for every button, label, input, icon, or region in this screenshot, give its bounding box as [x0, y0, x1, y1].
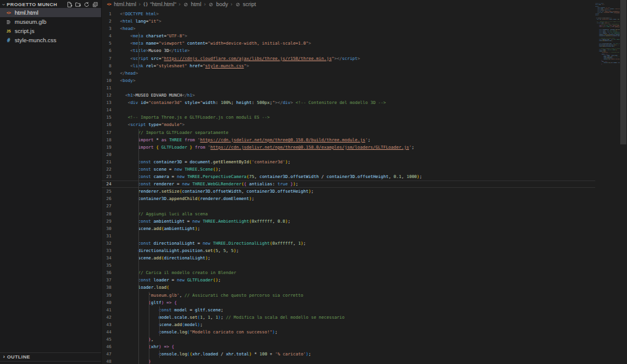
code-line-41[interactable]: 41 const model = gltf.scene; — [102, 306, 595, 314]
element-icon — [235, 2, 241, 7]
file-item-script.js[interactable]: JSscript.js — [0, 26, 101, 35]
code-line-22[interactable]: 22 const scene = new THREE.Scene(); — [102, 166, 595, 173]
line-number: 8 — [102, 62, 120, 70]
code-line-13[interactable]: 13 <div id="container3d" style="width: 1… — [102, 99, 595, 106]
code-line-9[interactable]: 9</head> — [102, 70, 595, 77]
breadcrumb-item-script[interactable]: script — [235, 1, 256, 7]
breadcrumb-item-file[interactable]: <>html.html — [106, 1, 137, 7]
line-number: 46 — [102, 343, 120, 351]
code-line-5[interactable]: 5 <meta name="viewport" content="width=d… — [102, 40, 595, 47]
breadcrumb-item-html.html[interactable]: {}"html.html" — [143, 1, 176, 7]
code-line-44[interactable]: 44 console.log("Modello caricato con suc… — [102, 329, 595, 336]
line-number: 37 — [102, 277, 120, 284]
code-line-31[interactable]: 31 — [102, 232, 595, 240]
code-line-1[interactable]: 1<!DOCTYPE html> — [102, 10, 595, 18]
code-line-8[interactable]: 8 <link rel="stylesheet" href="style-mun… — [102, 62, 595, 70]
code-line-28[interactable]: 28 // Aggiungi luci alla scena — [102, 210, 595, 218]
indent-guide — [138, 144, 139, 151]
timeline-section-header[interactable]: › TIMELINE — [0, 361, 101, 364]
code-line-35[interactable]: 35 — [102, 262, 595, 269]
vertical-scrollbar[interactable] — [620, 0, 627, 364]
breadcrumb: <>html.html›{}"html.html"›html›body›scri… — [102, 0, 627, 9]
code-line-48[interactable]: 48 } — [102, 358, 595, 364]
breadcrumb-label: script — [242, 1, 256, 7]
code-line-39[interactable]: 39 'museum.glb', // Assicurati che quest… — [102, 292, 595, 299]
collapse-folders-icon[interactable] — [92, 2, 98, 7]
code-line-20[interactable]: 20 — [102, 151, 595, 158]
indent-guide — [149, 343, 149, 351]
css-icon: # — [6, 37, 12, 43]
outline-section-header[interactable]: › OUTLINE — [0, 352, 101, 361]
file-item-museum.glb[interactable]: museum.glb — [0, 17, 101, 26]
line-number: 35 — [102, 262, 120, 269]
chevron-right-icon: › — [3, 354, 5, 360]
file-item-style-munch.css[interactable]: #style-munch.css — [0, 35, 101, 45]
code-line-2[interactable]: 2<html lang="it"> — [102, 18, 595, 25]
code-line-3[interactable]: 3<head> — [102, 25, 595, 32]
scrollbar-thumb[interactable] — [620, 0, 626, 144]
line-number: 1 — [102, 10, 120, 18]
indent-guide — [149, 336, 149, 343]
file-item-html.html[interactable]: <>html.html — [0, 8, 101, 17]
line-number: 11 — [102, 84, 120, 92]
indent-guide — [138, 321, 139, 329]
code-line-25[interactable]: 25 renderer.setSize(container3D.offsetWi… — [102, 188, 595, 195]
code-line-40[interactable]: 40 (gltf) => { — [102, 299, 595, 306]
new-folder-icon[interactable] — [75, 2, 81, 7]
indent-guide — [138, 225, 139, 232]
code-line-33[interactable]: 33 directionalLight.position.set(5, 5, 5… — [102, 247, 595, 254]
indent-guide — [138, 299, 139, 306]
code-line-17[interactable]: 17 // Importa GLTFLoader separatamente — [102, 129, 595, 136]
file-name: html.html — [15, 9, 39, 16]
code-line-21[interactable]: 21 const container3D = document.getEleme… — [102, 158, 595, 166]
refresh-explorer-icon[interactable] — [84, 2, 89, 7]
code-line-42[interactable]: 42 model.scale.set(1, 1, 1); // Modifica… — [102, 314, 595, 321]
code-line-36[interactable]: 36 // Carica il modello creato in Blende… — [102, 269, 595, 277]
code-line-15[interactable]: 15 <!-- Importa Three.js e GLTFLoader.js… — [102, 114, 595, 121]
breadcrumb-item-body[interactable]: body — [208, 1, 228, 7]
new-file-icon[interactable] — [67, 2, 72, 7]
code-line-16[interactable]: 16 <script type="module"> — [102, 121, 595, 128]
line-number: 41 — [102, 306, 120, 314]
code-line-29[interactable]: 29 const ambientLight = new THREE.Ambien… — [102, 218, 595, 225]
line-number: 27 — [102, 202, 120, 210]
line-number: 3 — [102, 25, 120, 32]
indent-guide — [138, 277, 139, 284]
code-line-27[interactable]: 27 — [102, 202, 595, 210]
code-line-30[interactable]: 30 scene.add(ambientLight); — [102, 225, 595, 232]
breadcrumb-item-html[interactable]: html — [183, 1, 201, 7]
code-line-38[interactable]: 38 loader.load( — [102, 284, 595, 291]
code-line-4[interactable]: 4 <meta charset="UTF-8"> — [102, 32, 595, 40]
code-line-45[interactable]: 45 }, — [102, 336, 595, 343]
line-number: 2 — [102, 18, 120, 25]
line-number: 24 — [102, 180, 120, 188]
code-line-11[interactable]: 11 — [102, 84, 595, 92]
code-line-14[interactable]: 14 — [102, 106, 595, 114]
code-line-46[interactable]: 46 (xhr) => { — [102, 343, 595, 351]
line-number: 30 — [102, 225, 120, 232]
code-line-12[interactable]: 12 <h1>MUSEO EDVARD MUNCH</h1> — [102, 92, 595, 99]
code-line-47[interactable]: 47 console.log((xhr.loaded / xhr.total) … — [102, 351, 595, 358]
explorer-header[interactable]: › PROGETTO MUNCH — [0, 0, 101, 8]
code-line-23[interactable]: 23 const camera = new THREE.PerspectiveC… — [102, 173, 595, 180]
code-line-37[interactable]: 37 const loader = new GLTFLoader(); — [102, 277, 595, 284]
code-line-19[interactable]: 19 import { GLTFLoader } from 'https://c… — [102, 144, 595, 151]
code-line-24[interactable]: 24 const renderer = new THREE.WebGLRende… — [102, 180, 595, 188]
code-line-26[interactable]: 26 container3D.appendChild(renderer.domE… — [102, 195, 595, 202]
breadcrumb-separator: › — [204, 1, 206, 7]
line-number: 22 — [102, 166, 120, 173]
line-number: 4 — [102, 32, 120, 40]
code-line-10[interactable]: 10<body> — [102, 77, 595, 84]
indent-guide — [138, 343, 139, 351]
indent-guide — [138, 336, 139, 343]
minimap[interactable]: <!DOCTYPE html><html lang="it"><head> <m… — [595, 3, 620, 364]
indent-guide — [159, 321, 160, 329]
explorer-sidebar: › PROGETTO MUNCH <>html.htmlmuseum.glbJS… — [0, 0, 102, 364]
code-line-43[interactable]: 43 scene.add(model); — [102, 321, 595, 329]
code-viewport[interactable]: 1<!DOCTYPE html>2<html lang="it">3<head>… — [102, 9, 595, 364]
code-line-7[interactable]: 7 <script src="https://cdnjs.cloudflare.… — [102, 55, 595, 62]
code-line-32[interactable]: 32 const directionalLight = new THREE.Di… — [102, 240, 595, 247]
code-line-6[interactable]: 6 <title>Museo 3D</title> — [102, 47, 595, 54]
code-line-18[interactable]: 18 import * as THREE from 'https://cdn.j… — [102, 136, 595, 144]
code-line-34[interactable]: 34 scene.add(directionalLight); — [102, 254, 595, 262]
